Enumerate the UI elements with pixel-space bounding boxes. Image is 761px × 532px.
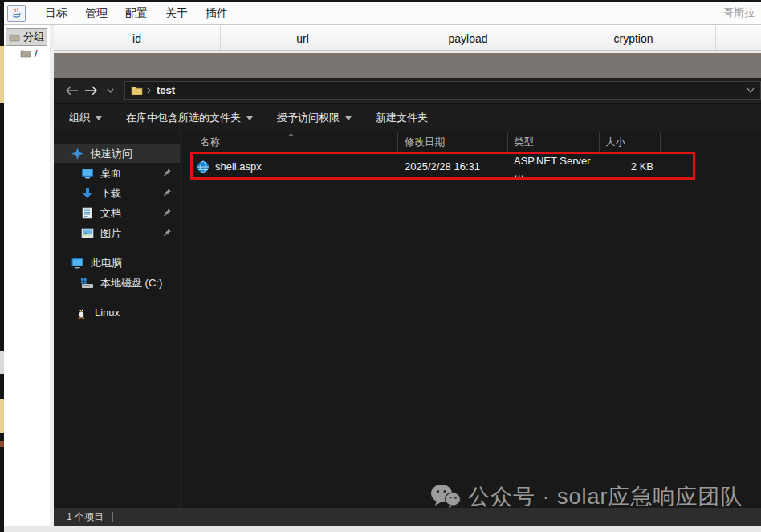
file-list-area: 名称 修改日期 类型 大小 — [181, 132, 761, 508]
sidebar-item-downloads[interactable]: 下载 — [54, 183, 180, 203]
pin-icon — [163, 188, 172, 197]
file-modified: 2025/2/28 16:31 — [398, 160, 508, 173]
sidebar-item-this-pc[interactable]: 此电脑 — [54, 253, 180, 273]
menu-manage[interactable]: 管理 — [76, 2, 116, 24]
explorer-sidebar: 快速访问 桌面 — [54, 132, 181, 508]
sidebar-item-label: 桌面 — [100, 166, 121, 181]
sidebar-item-label: 本地磁盘 (C:) — [100, 276, 162, 290]
screenshot-root: 目标 管理 配置 关于 插件 哥斯拉 分组 / id url payload c… — [0, 0, 761, 532]
explorer-titlebar — [54, 53, 761, 78]
column-header-empty — [716, 26, 761, 50]
breadcrumb-separator-icon — [147, 87, 151, 94]
column-header-type[interactable]: 类型 — [508, 132, 600, 152]
download-icon — [80, 187, 94, 200]
this-pc-icon — [71, 257, 84, 270]
include-in-library-label: 在库中包含所选的文件夹 — [126, 111, 241, 125]
dropdown-chevron-icon — [345, 116, 352, 120]
column-header-id[interactable]: id — [54, 26, 221, 50]
give-access-button[interactable]: 授予访问权限 — [277, 111, 352, 125]
pin-icon — [163, 168, 172, 177]
desktop-icon — [80, 167, 94, 180]
sidebar-item-documents[interactable]: 文档 — [54, 203, 180, 223]
explorer-status-bar: 1 个项目 — [54, 508, 761, 526]
file-type: ASP.NET Server … — [508, 155, 600, 179]
sidebar-item-pictures[interactable]: 图片 — [54, 223, 180, 243]
breadcrumb-current-folder[interactable]: test — [157, 84, 175, 96]
address-dropdown-chevron-icon[interactable] — [747, 87, 755, 93]
menu-plugins[interactable]: 插件 — [197, 2, 237, 24]
sidebar-item-quick-access[interactable]: 快速访问 — [54, 144, 180, 163]
menu-about[interactable]: 关于 — [157, 2, 197, 24]
sidebar-item-label: 图片 — [100, 226, 121, 241]
dropdown-chevron-icon — [246, 116, 253, 120]
breadcrumb-folder-icon — [131, 86, 143, 95]
file-size: 2 KB — [600, 160, 661, 173]
pictures-icon — [80, 227, 94, 240]
quick-access-star-icon — [71, 148, 84, 160]
tree-node-group[interactable]: 分组 — [6, 28, 47, 46]
column-header-size[interactable]: 大小 — [600, 132, 661, 152]
folder-icon — [20, 49, 31, 58]
document-icon — [80, 207, 94, 220]
sort-ascending-icon — [287, 133, 295, 137]
sidebar-item-label: Linux — [95, 307, 120, 319]
shell-table-header: id url payload cryption — [54, 26, 761, 51]
sidebar-item-label: 文档 — [100, 206, 121, 221]
sidebar-item-linux[interactable]: Linux — [54, 303, 180, 323]
explorer-body: 快速访问 桌面 — [54, 132, 761, 508]
local-disk-icon — [80, 277, 94, 290]
organize-label: 组织 — [69, 111, 90, 125]
address-input[interactable]: test — [124, 81, 761, 100]
file-explorer-window: test 组织 在库中包含所选的文件夹 授予访问权限 — [54, 78, 761, 526]
forward-button[interactable] — [81, 81, 100, 100]
window-bottom-edge — [4, 526, 761, 532]
column-header-empty — [661, 132, 761, 152]
sidebar-item-local-disk-c[interactable]: 本地磁盘 (C:) — [54, 273, 180, 293]
menu-config[interactable]: 配置 — [116, 2, 157, 24]
dropdown-chevron-icon — [96, 116, 102, 120]
aspx-globe-icon — [197, 160, 210, 173]
sidebar-item-desktop[interactable]: 桌面 — [54, 163, 180, 183]
explorer-command-bar: 组织 在库中包含所选的文件夹 授予访问权限 新建文件夹 — [54, 104, 761, 132]
recent-locations-chevron-icon[interactable] — [100, 81, 120, 100]
tree-node-label: 分组 — [23, 30, 44, 44]
app-brand-label: 哥斯拉 — [723, 6, 755, 20]
linux-tux-icon — [75, 307, 88, 319]
column-header-payload[interactable]: payload — [385, 26, 551, 50]
new-folder-button[interactable]: 新建文件夹 — [376, 111, 428, 125]
tree-node-root-slash[interactable]: / — [20, 47, 38, 59]
godzilla-menubar: 目标 管理 配置 关于 插件 哥斯拉 — [4, 2, 761, 25]
group-tree-panel: 分组 / — [4, 25, 50, 526]
folder-icon — [9, 33, 20, 42]
java-app-icon — [7, 5, 26, 22]
tree-node-label: / — [35, 47, 38, 59]
sidebar-item-label: 快速访问 — [91, 147, 132, 161]
file-list-header: 名称 修改日期 类型 大小 — [181, 132, 761, 152]
pin-icon — [163, 228, 172, 237]
item-count-label: 1 个项目 — [67, 510, 104, 524]
sidebar-item-label: 下载 — [100, 186, 121, 201]
column-header-modified[interactable]: 修改日期 — [398, 132, 508, 152]
column-header-cryption[interactable]: cryption — [551, 26, 716, 50]
status-divider — [112, 512, 113, 522]
file-row-shell-aspx[interactable]: shell.aspx 2025/2/28 16:31 ASP.NET Serve… — [181, 154, 761, 179]
menu-target[interactable]: 目标 — [36, 2, 76, 24]
back-button[interactable] — [62, 81, 81, 100]
sidebar-item-label: 此电脑 — [91, 256, 122, 270]
include-in-library-button[interactable]: 在库中包含所选的文件夹 — [126, 111, 253, 125]
java-cup-icon — [10, 7, 22, 19]
give-access-label: 授予访问权限 — [277, 111, 340, 125]
organize-button[interactable]: 组织 — [69, 111, 102, 125]
pin-icon — [163, 208, 172, 217]
new-folder-label: 新建文件夹 — [376, 111, 428, 125]
column-header-url[interactable]: url — [221, 26, 385, 50]
file-name: shell.aspx — [215, 160, 262, 173]
explorer-address-bar: test — [54, 78, 761, 104]
